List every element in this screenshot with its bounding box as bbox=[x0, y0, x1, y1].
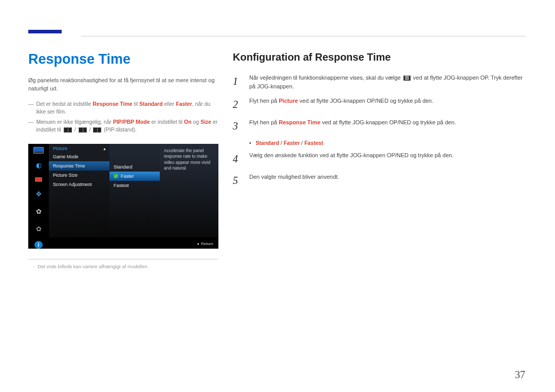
note1-mid: til bbox=[133, 101, 139, 107]
osd-sub-standard: Standard bbox=[109, 162, 160, 172]
step-4: Vælg den ønskede funktion ved at flytte … bbox=[233, 151, 525, 166]
gear-icon: ✿ bbox=[32, 206, 45, 217]
picture-icon: ◐ bbox=[32, 160, 45, 171]
section-title: Konfiguration af Response Time bbox=[233, 51, 525, 63]
opt-fastest: Fastest bbox=[304, 140, 323, 146]
steps-list: Når vejledningen til funktionsknapperne … bbox=[233, 73, 525, 134]
note1-pre: Det er bedst at indstille bbox=[36, 101, 93, 107]
note2-on: On bbox=[184, 119, 192, 125]
step3-pre: Flyt hen på bbox=[249, 119, 279, 125]
note2-suf: (PIP-tilstand). bbox=[102, 126, 137, 133]
note1-fst: Faster bbox=[176, 101, 192, 107]
step2-pre: Flyt hen på bbox=[249, 98, 279, 104]
pip-icon bbox=[35, 177, 42, 182]
step4-text: Vælg den ønskede funktion ved at flytte … bbox=[249, 151, 453, 160]
step-3: Flyt hen på Response Time ved at flytte … bbox=[233, 118, 525, 134]
intro-text: Øg panelets reaktionshastighed for at få… bbox=[28, 77, 218, 93]
note-1: Det er bedst at indstille Response Time … bbox=[28, 100, 218, 115]
step3-suf: ved at flytte JOG-knappen OP/NED og tryk… bbox=[321, 119, 456, 125]
right-column: Konfiguration af Response Time Når vejle… bbox=[233, 51, 525, 269]
left-column: Response Time Øg panelets reaktionshasti… bbox=[28, 51, 218, 269]
osd-item-picturesize: Picture Size bbox=[49, 171, 109, 180]
opt-sep2: / bbox=[300, 140, 304, 146]
osd-sub-faster-label: Faster bbox=[121, 174, 134, 179]
layout-icon-1 bbox=[64, 127, 72, 133]
osd-col2: Standard ✓Faster Fastest bbox=[109, 144, 160, 237]
step2-pic: Picture bbox=[279, 98, 298, 104]
main-title: Response Time bbox=[28, 51, 218, 67]
osd-sub-fastest: Fastest bbox=[109, 181, 160, 190]
layout-icon-3 bbox=[93, 127, 101, 133]
header-rule bbox=[81, 36, 525, 36]
page-number: 37 bbox=[515, 369, 525, 381]
footnote: Det viste billede kan variere afhængigt … bbox=[28, 264, 218, 269]
note-2: Menuen er ikke tilgængelig, når PIP/PBP … bbox=[28, 118, 218, 133]
note2-mid2: og bbox=[192, 119, 201, 125]
note1-mid2: eller bbox=[163, 101, 176, 107]
osd-item-responsetime: Response Time bbox=[49, 161, 109, 171]
gear2-icon: ✿ bbox=[32, 223, 45, 235]
osd-desc: Accelerate the panel response rate to ma… bbox=[160, 144, 218, 237]
updown-icon: ▲ bbox=[103, 147, 106, 151]
menu-icon bbox=[403, 76, 411, 81]
opt-sep1: / bbox=[279, 140, 284, 146]
steps-list-2: Vælg den ønskede funktion ved at flytte … bbox=[233, 151, 525, 188]
chapter-marker bbox=[28, 30, 62, 33]
note2-pip: PIP/PBP Mode bbox=[113, 119, 150, 125]
note1-std: Standard bbox=[139, 101, 163, 107]
osd-main: Picture ▲ Game Mode Response Time Pictur… bbox=[49, 144, 218, 237]
step2-suf: ved at flytte JOG-knappen OP/NED og tryk… bbox=[298, 98, 434, 104]
osd-item-gamemode: Game Mode bbox=[49, 152, 109, 161]
osd-screenshot: ◐ ✥ ✿ ✿ i Picture ▲ Game Mode Response T… bbox=[28, 144, 218, 249]
osd-sub-faster: ✓Faster bbox=[109, 172, 160, 181]
page-content: Response Time Øg panelets reaktionshasti… bbox=[28, 51, 525, 269]
osd-sidebar: ◐ ✥ ✿ ✿ i bbox=[28, 144, 49, 249]
opt-faster: Faster bbox=[284, 140, 300, 146]
monitor-icon bbox=[33, 147, 44, 154]
note2-size: Size bbox=[200, 119, 211, 125]
info-icon: i bbox=[34, 241, 43, 249]
note1-rt: Response Time bbox=[92, 101, 132, 107]
footnote-divider bbox=[28, 259, 218, 259]
step-2: Flyt hen på Picture ved at flytte JOG-kn… bbox=[233, 97, 525, 112]
osd-item-screenadj: Screen Adjustment bbox=[49, 180, 109, 189]
options-line: • Standard / Faster / Fastest bbox=[249, 140, 525, 146]
note2-pre: Menuen er ikke tilgængelig, når bbox=[36, 119, 113, 125]
check-icon: ✓ bbox=[114, 174, 118, 178]
osd-col1-title: Picture bbox=[49, 144, 109, 152]
step1-pre: Når vejledningen til funktionsknapperne … bbox=[249, 74, 402, 81]
osd-col1: Picture ▲ Game Mode Response Time Pictur… bbox=[49, 144, 109, 237]
layout-icon-2 bbox=[79, 127, 87, 133]
step-1: Når vejledningen til funktionsknapperne … bbox=[233, 73, 525, 90]
osd-footer: ◂ Return bbox=[49, 239, 218, 249]
move-icon: ✥ bbox=[32, 188, 45, 199]
step5-text: Den valgte mulighed bliver anvendt. bbox=[249, 173, 339, 181]
note2-mid: er indstillet til bbox=[150, 119, 184, 125]
step3-rt: Response Time bbox=[279, 119, 320, 125]
osd-return-label: Return bbox=[201, 241, 213, 246]
opt-standard: Standard bbox=[256, 140, 280, 146]
step-5: Den valgte mulighed bliver anvendt. bbox=[233, 173, 525, 188]
